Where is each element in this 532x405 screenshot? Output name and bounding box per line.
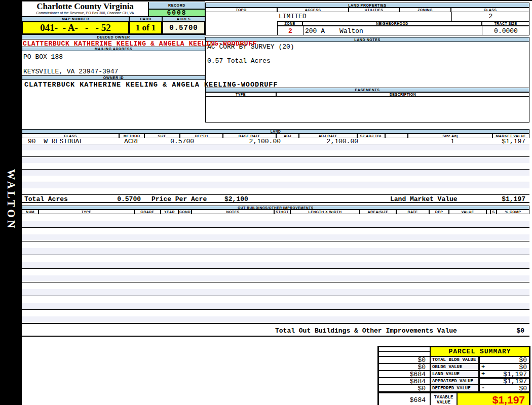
address-line-2: KEYSVILLE, VA 23947-3947 [23,68,118,75]
easement-description-header: DESCRIPTION [276,92,529,97]
column-header-zoning: ZONING [399,8,451,12]
acres-value: 0.5700 [162,21,205,34]
land-market-value-total: $1,197 [502,195,525,203]
map-number-label: MAP NUMBER [22,17,129,21]
summary-left-deferred: $0 [378,385,430,392]
summary-value-obldg: + $0 [479,363,529,371]
land-col-blank [385,134,408,138]
out-col-blank [486,210,490,214]
easements-box [205,97,529,123]
out-col-cond: COND [178,210,192,214]
summary-op-obldg: + [481,363,485,371]
summary-label-appraised: APPRAISED VALUE [430,378,479,385]
summary-op-land: + [481,371,485,378]
out-col-value: VALUE [449,210,486,214]
owner-id-value: CLATTERBUCK KATHERINE KEELING & ANGELA K… [24,81,278,89]
easements-columns: TYPE DESCRIPTION [205,92,529,97]
summary-left-total-bldg: $0 [378,356,430,363]
summary-op-deferred: - [481,385,485,392]
class-value: 2 [451,13,530,20]
out-buildings-total-row: Total Out Buildings & Other Improvements… [22,323,529,337]
taxable-left-value: $684 [378,393,430,405]
acres-label: ACRES [162,17,205,21]
neighborhood-label: NEIGHBORHOOD [302,21,482,26]
summary-label-total-bldg: TOTAL BLDG VALUE [430,356,479,363]
tract-size-label: TRACT SIZE [482,21,529,26]
land-properties-header: LAND PROPERTIES [205,3,529,8]
land-col-sz-adj-tbl: SZ ADJ TBL [357,134,385,138]
record-label: RECORD [148,2,205,9]
zone-value: 2 [278,27,303,35]
tract-size-value: 0.0000 [482,27,529,35]
out-col-grade: GRADE [134,210,161,214]
taxable-label: TAXABLE VALUE [430,393,457,405]
deeded-owner-header: DEEDED OWNER [22,34,205,39]
zone-header-row: ZONE NEIGHBORHOOD TRACT SIZE [277,21,529,26]
summary-value-land: + $1,197 [479,371,529,378]
summary-label-deferred: DEFERRED VALUE [430,385,479,392]
out-buildings-empty-rows [22,214,529,323]
summary-left-appraised: $684 [378,378,430,385]
address-line-1: PO BOX 188 [23,53,63,61]
out-col-rate: RATE [396,210,429,214]
out-buildings-header: OUT BUILDINGS/OTHER IMPROVEMENTS [22,206,529,210]
summary-left-obldg: $0 [378,363,430,371]
out-col-sthgt: STHGT [274,210,290,214]
zone-values-row: 2 200 A Walton 0.0000 [277,26,529,35]
land-totals-row: Total Acres 0.5700 Price Per Acre $2,100… [22,195,529,203]
summary-value-total-bldg: $0 [479,356,529,363]
access-value: LIMITED [279,13,307,20]
parcel-summary-title: PARCEL SUMMARY [430,347,529,356]
card-value: 1 of 1 [129,21,162,34]
neighborhood-name: Walton [339,27,363,35]
property-record-card: WALTON Charlotte County Virginia Commiss… [0,0,532,405]
column-header-class: CLASS [451,8,529,12]
out-col-year: YEAR [161,210,178,214]
county-box: Charlotte County Virginia Commissioner o… [22,2,148,17]
owner-id-header: OWNER ID [22,75,205,80]
summary-label-obldg: OBLDG VALUE [430,363,479,371]
out-col-length-width: LENGTH X WIDTH [290,210,360,214]
price-per-acre-label: Price Per Acre [151,195,207,203]
column-header-utilities: UTILITIES [349,8,399,12]
out-col-s: S [490,210,497,214]
summary-left-land: $684 [378,371,430,378]
land-empty-rows [22,144,529,195]
record-value: 6008 [148,9,205,17]
land-data-row: 90 W RESIDUAL ACRE 0.5700 2,100.00 2,100… [22,138,529,144]
out-total-value: $0 [516,327,524,335]
zone-label: ZONE [277,21,302,26]
commissioner-line: Commissioner of the Revenue, PO Box 308,… [22,11,148,15]
total-acres-label: Total Acres [24,195,68,203]
neighborhood-code: 200 A [305,27,325,35]
land-properties-columns: TOPO ACCESS UTILITIES ZONING CLASS [205,8,529,12]
out-buildings-columns: NUM TYPE GRADE YEAR COND NOTES STHGT LEN… [22,210,529,214]
page-title: Charlotte County Virginia [22,2,148,11]
price-per-acre-value: $2,100 [224,195,248,203]
out-total-label: Total Out Buildings & Other Improvements… [275,327,457,335]
out-col-area-size: AREA/SIZE [360,210,396,214]
land-properties-values-row: LIMITED 2 [205,12,529,21]
out-col-notes: NOTES [192,210,274,214]
summary-header-spacer [378,347,430,356]
land-market-value-label: Land Market Value [390,195,458,203]
out-col-type: TYPE [39,210,134,214]
summary-value-appraised: $1,197 [479,378,529,385]
summary-value-deferred: - $0 [479,385,529,392]
parcel-summary: PARCEL SUMMARY $0 TOTAL BLDG VALUE $0 $0… [377,346,530,405]
easement-type-header: TYPE [205,92,276,97]
out-col-pct-comp: % COMP [497,210,529,214]
land-note-2: 0.57 Total Acres [207,57,271,65]
column-header-topo: TOPO [205,8,277,12]
column-header-access: ACCESS [277,8,349,12]
land-section-header: LAND [22,129,529,134]
total-acres-value: 0.5700 [83,195,141,203]
deeded-owner-value: CLATTERBUCK KATHERINE KEELING & ANGELA K… [23,40,257,48]
card-label: CARD [129,17,162,21]
district-name-vertical: WALTON [0,144,22,256]
out-col-num: NUM [22,210,39,214]
out-col-dep: DEP [429,210,449,214]
map-number-value: 041- - A- - - 52 [22,21,129,34]
summary-label-land: LAND VALUE [430,371,479,378]
taxable-value: $1,197 [457,393,529,405]
